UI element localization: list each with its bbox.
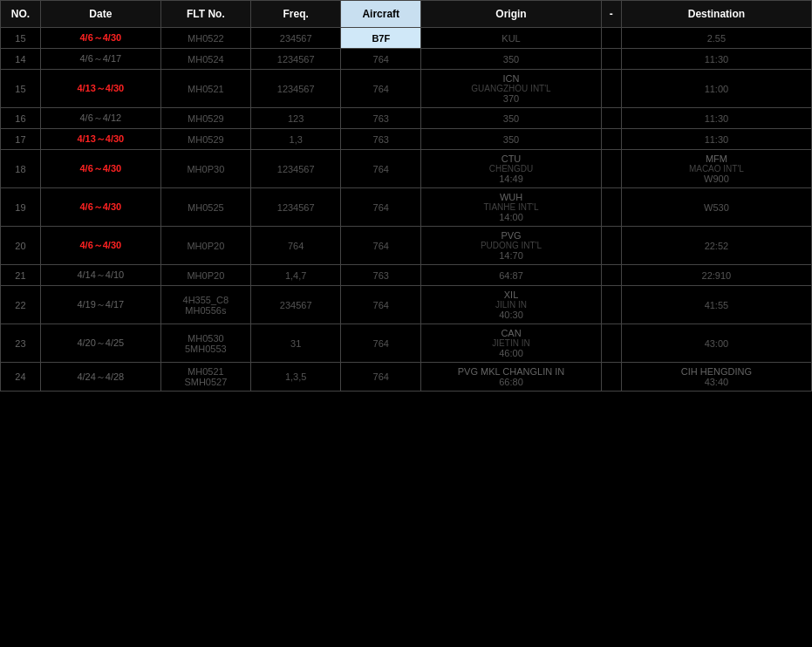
- table-row: 184/6～4/30MH0P301234567764CTUCHENGDU14:4…: [1, 150, 812, 188]
- cell-aircraft: 764: [341, 70, 421, 108]
- cell-flt: MH05305MH0553: [160, 324, 250, 363]
- table-row: 154/6～4/30MH0522234567B7FKUL2.55: [1, 28, 812, 49]
- cell-destination: 2.55: [621, 28, 811, 49]
- cell-freq: 1234567: [251, 49, 341, 70]
- table-row: 144/6～4/17MH0524123456776435011:30: [1, 49, 812, 70]
- table-row: 204/6～4/30MH0P20764764PVGPUDONG INT'L14:…: [1, 227, 812, 265]
- cell-freq: 1,4,7: [251, 265, 341, 286]
- cell-destination: 11:30: [621, 108, 811, 129]
- cell-dash: [601, 108, 621, 129]
- table-row: 164/6～4/12MH052912376335011:30: [1, 108, 812, 129]
- cell-aircraft: 764: [341, 324, 421, 363]
- cell-aircraft: 764: [341, 286, 421, 324]
- cell-dash: [601, 49, 621, 70]
- cell-dash: [601, 363, 621, 392]
- table-row: 154/13～4/30MH05211234567764ICNGUANGZHOU …: [1, 70, 812, 108]
- cell-origin: CANJIETIN IN46:00: [421, 324, 602, 363]
- cell-dash: [601, 150, 621, 188]
- cell-aircraft: 763: [341, 108, 421, 129]
- header-destination: Destination: [621, 1, 811, 28]
- cell-dash: [601, 129, 621, 150]
- cell-dash: [601, 265, 621, 286]
- cell-no: 18: [1, 150, 41, 188]
- cell-destination: 11:00: [621, 70, 811, 108]
- cell-origin: PVGPUDONG INT'L14:70: [421, 227, 602, 265]
- cell-freq: 234567: [251, 28, 341, 49]
- cell-destination: MFMMACAO INT'LW900: [621, 150, 811, 188]
- cell-dash: [601, 188, 621, 227]
- cell-origin: CTUCHENGDU14:49: [421, 150, 602, 188]
- cell-no: 24: [1, 363, 41, 392]
- cell-no: 16: [1, 108, 41, 129]
- cell-no: 23: [1, 324, 41, 363]
- cell-date: 4/6～4/17: [40, 49, 160, 70]
- cell-origin: PVG MKL CHANGLIN IN66:80: [421, 363, 602, 392]
- header-flt: FLT No.: [160, 1, 250, 28]
- cell-aircraft: 764: [341, 150, 421, 188]
- cell-dash: [601, 70, 621, 108]
- cell-no: 21: [1, 265, 41, 286]
- cell-date: 4/6～4/30: [40, 188, 160, 227]
- header-no: NO.: [1, 1, 41, 28]
- cell-freq: 1234567: [251, 150, 341, 188]
- cell-origin: 350: [421, 49, 602, 70]
- cell-dash: [601, 227, 621, 265]
- cell-date: 4/6～4/30: [40, 28, 160, 49]
- cell-no: 17: [1, 129, 41, 150]
- cell-freq: 1234567: [251, 188, 341, 227]
- header-date: Date: [40, 1, 160, 28]
- cell-destination: 43:00: [621, 324, 811, 363]
- cell-aircraft: 763: [341, 265, 421, 286]
- cell-no: 15: [1, 28, 41, 49]
- cell-origin: 350: [421, 108, 602, 129]
- cell-destination: 22:52: [621, 227, 811, 265]
- cell-aircraft: B7F: [341, 28, 421, 49]
- cell-freq: 31: [251, 324, 341, 363]
- cell-flt: MH0521SMH0527: [160, 363, 250, 392]
- cell-aircraft: 764: [341, 227, 421, 265]
- cell-date: 4/6～4/12: [40, 108, 160, 129]
- table-row: 244/24～4/28MH0521SMH05271,3,5764PVG MKL …: [1, 363, 812, 392]
- cell-freq: 234567: [251, 286, 341, 324]
- table-row: 214/14～4/10MH0P201,4,776364:8722:910: [1, 265, 812, 286]
- cell-no: 22: [1, 286, 41, 324]
- cell-flt: MH0525: [160, 188, 250, 227]
- cell-flt: MH0P20: [160, 265, 250, 286]
- cell-flt: 4H355_C8MH0556s: [160, 286, 250, 324]
- cell-date: 4/13～4/30: [40, 129, 160, 150]
- cell-date: 4/20～4/25: [40, 324, 160, 363]
- cell-date: 4/24～4/28: [40, 363, 160, 392]
- cell-dash: [601, 324, 621, 363]
- cell-origin: KUL: [421, 28, 602, 49]
- cell-destination: 22:910: [621, 265, 811, 286]
- cell-aircraft: 763: [341, 129, 421, 150]
- cell-date: 4/19～4/17: [40, 286, 160, 324]
- cell-freq: 764: [251, 227, 341, 265]
- cell-no: 14: [1, 49, 41, 70]
- header-freq: Freq.: [251, 1, 341, 28]
- cell-freq: 1234567: [251, 70, 341, 108]
- cell-aircraft: 764: [341, 49, 421, 70]
- cell-flt: MH0529: [160, 108, 250, 129]
- cell-flt: MH0P20: [160, 227, 250, 265]
- cell-flt: MH0529: [160, 129, 250, 150]
- cell-date: 4/13～4/30: [40, 70, 160, 108]
- cell-no: 20: [1, 227, 41, 265]
- cell-destination: 41:55: [621, 286, 811, 324]
- table-row: 194/6～4/30MH05251234567764WUHTIANHE INT'…: [1, 188, 812, 227]
- cell-origin: 64:87: [421, 265, 602, 286]
- cell-origin: WUHTIANHE INT'L14:00: [421, 188, 602, 227]
- cell-date: 4/14～4/10: [40, 265, 160, 286]
- cell-date: 4/6～4/30: [40, 227, 160, 265]
- table-row: 174/13～4/30MH05291,376335011:30: [1, 129, 812, 150]
- cell-freq: 1,3,5: [251, 363, 341, 392]
- cell-dash: [601, 28, 621, 49]
- table-row: 224/19～4/174H355_C8MH0556s234567764XILJI…: [1, 286, 812, 324]
- cell-origin: ICNGUANGZHOU INT'L370: [421, 70, 602, 108]
- cell-destination: 11:30: [621, 129, 811, 150]
- header-aircraft: Aircraft: [341, 1, 421, 28]
- cell-destination: 11:30: [621, 49, 811, 70]
- table-row: 234/20～4/25MH05305MH055331764CANJIETIN I…: [1, 324, 812, 363]
- cell-destination: CIH HENGDING43:40: [621, 363, 811, 392]
- cell-aircraft: 764: [341, 188, 421, 227]
